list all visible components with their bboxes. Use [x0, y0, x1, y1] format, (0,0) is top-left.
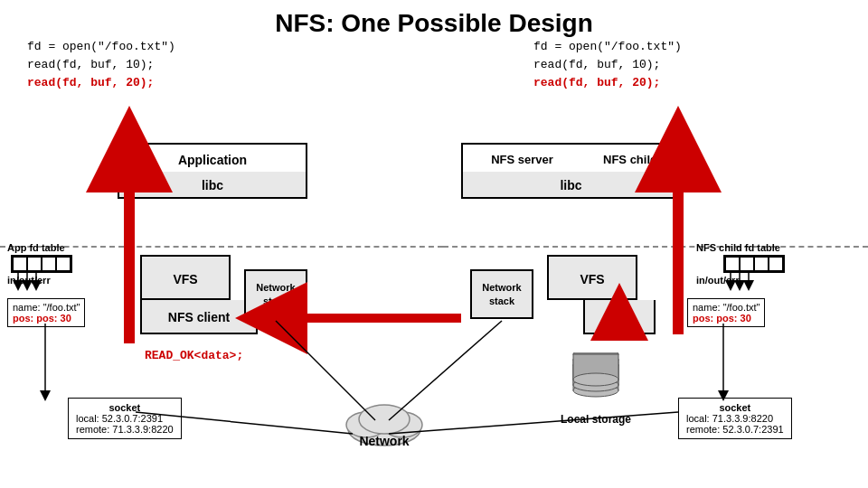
left-network-stack-label: Networkstack: [256, 281, 295, 307]
ext4-box: ext4: [583, 300, 656, 334]
nfs-child-fd-grid: [723, 255, 785, 273]
name-box-left: name: "/foo.txt" pos: pos: 30: [7, 298, 85, 327]
local-storage-label: Local storage: [561, 413, 631, 426]
app-fd-grid: [11, 255, 72, 273]
right-dashed-separator: [443, 246, 868, 248]
left-code-block: fd = open("/foo.txt") read(fd, buf, 10);…: [27, 38, 175, 92]
read-ok-label: READ_OK<data>;: [145, 349, 243, 362]
local-storage: Local storage: [561, 352, 631, 426]
left-code-line2: read(fd, buf, 10);: [27, 56, 175, 74]
page-title: NFS: One Possible Design: [0, 0, 868, 43]
left-nfs-client-box: NFS client: [140, 300, 258, 334]
right-libc-box: libc: [461, 172, 681, 199]
left-vfs-box: VFS: [140, 255, 231, 300]
application-box: Application: [118, 143, 307, 174]
app-fd-table-label: App fd table: [7, 242, 65, 253]
name-box-right: name: "/foo.txt" pos: pos: 30: [687, 298, 765, 327]
pos-right: pos: pos: 30: [693, 313, 760, 324]
svg-line-26: [389, 412, 678, 434]
nfs-child-box: NFS child: [581, 143, 681, 174]
left-code-line1: fd = open("/foo.txt"): [27, 38, 175, 56]
nfs-child-fd-table-label: NFS child fd table: [696, 242, 780, 253]
right-code-block: fd = open("/foo.txt") read(fd, buf, 10);…: [533, 38, 682, 92]
right-network-stack-box: Networkstack: [470, 269, 533, 319]
pos-left: pos: pos: 30: [13, 313, 80, 324]
io-label-right: in/out/err: [696, 275, 740, 286]
svg-point-3: [359, 405, 410, 434]
socket-right: socket local: 71.3.3.9:8220 remote: 52.3…: [678, 398, 792, 439]
right-vfs-box: VFS: [547, 255, 637, 300]
left-code-line3: read(fd, buf, 20);: [27, 74, 175, 92]
network-label: Network: [339, 398, 429, 448]
socket-left: socket local: 52.3.0.7:2391 remote: 71.3…: [68, 398, 182, 439]
right-code-line1: fd = open("/foo.txt"): [533, 38, 682, 56]
nfs-server-box: NFS server: [461, 143, 583, 174]
right-code-line3: read(fd, buf, 20);: [533, 74, 682, 92]
left-libc-box: libc: [118, 172, 307, 199]
svg-point-12: [573, 373, 618, 386]
left-network-stack-box: Networkstack: [244, 269, 307, 319]
name-left: name: "/foo.txt": [13, 302, 80, 313]
right-code-line2: read(fd, buf, 10);: [533, 56, 682, 74]
left-dashed-separator: [0, 246, 443, 248]
right-network-stack-label: Networkstack: [482, 281, 521, 307]
io-label-left: in/out/err: [7, 275, 51, 286]
name-right: name: "/foo.txt": [693, 302, 760, 313]
